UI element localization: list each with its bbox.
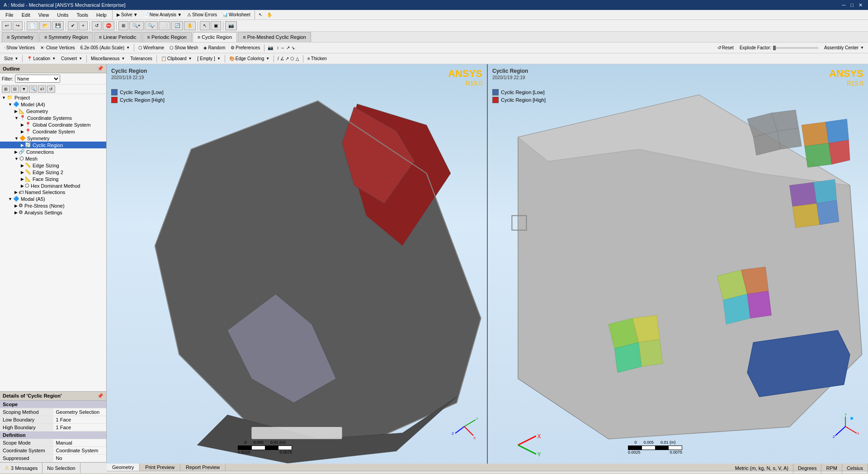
preferences-btn[interactable]: ⚙ Preferences xyxy=(228,44,262,52)
screenshot-btn[interactable]: 📷 xyxy=(225,21,237,30)
undo-btn[interactable]: ↩ xyxy=(2,21,12,30)
tree-item-face-sizing[interactable]: ▶📐Face Sizing xyxy=(0,175,106,182)
reset-btn[interactable]: ↺ Reset xyxy=(715,44,736,52)
tree-item-cyclic-region[interactable]: ▶🔄Cyclic Region xyxy=(0,142,106,148)
selector-icon[interactable]: ↖ xyxy=(257,12,264,17)
tree-arrow-model-a5[interactable]: ▼ xyxy=(8,197,12,201)
open-btn[interactable]: 📂 xyxy=(39,21,51,30)
tab-symmetry-region[interactable]: ≡ Symmetry Region xyxy=(39,32,93,42)
convert-btn[interactable]: Convert ▼ xyxy=(59,55,85,63)
assembly-center-selector[interactable]: Assembly Center ▼ xyxy=(822,44,866,52)
tree-arrow-edge-sizing-2[interactable]: ▶ xyxy=(21,170,24,175)
tree-arrow-named-selections[interactable]: ▶ xyxy=(14,190,18,194)
random-btn[interactable]: ◈ Random xyxy=(201,44,227,52)
thicken-btn[interactable]: ≡ Thicken xyxy=(305,55,329,63)
tree-arrow-cyclic-region[interactable]: ▶ xyxy=(21,143,24,147)
tree-tag-btn[interactable]: 🏷 xyxy=(38,85,46,93)
outline-pin-icon[interactable]: 📌 xyxy=(97,66,104,71)
new-btn[interactable]: 📄 xyxy=(27,21,38,30)
toolbar-solve[interactable]: ▶ Solve ▼ xyxy=(114,11,140,19)
tree-arrow-face-sizing[interactable]: ▶ xyxy=(21,177,24,181)
show-mesh-btn[interactable]: ⬡ Show Mesh xyxy=(167,44,200,52)
tolerances-btn[interactable]: Tolerances xyxy=(128,55,154,63)
tab-print-preview[interactable]: Print Preview xyxy=(140,464,180,471)
details-value[interactable]: Manual xyxy=(53,439,107,447)
tab-report-preview[interactable]: Report Preview xyxy=(180,464,226,471)
tree-arrow-connections[interactable]: ▶ xyxy=(14,150,18,154)
tab-linear-periodic[interactable]: ≡ Linear Periodic xyxy=(94,32,142,42)
details-value[interactable]: No xyxy=(53,455,107,462)
pan-btn[interactable]: ✋ xyxy=(184,21,196,30)
wireframe-btn[interactable]: ⬡ Wireframe xyxy=(136,44,166,52)
plus-btn[interactable]: + xyxy=(79,21,88,30)
tree-item-model-a5[interactable]: ▼🔷Modal (A5) xyxy=(0,195,106,202)
tree-item-model-a4[interactable]: ▼🔷Model (A4) xyxy=(0,101,106,108)
tree-collapse-all-btn[interactable]: ⊟ xyxy=(11,85,19,93)
viewport-left[interactable]: Cyclic Region 2020/1/19 22:19 ANSYS R19.… xyxy=(107,64,487,464)
menu-help[interactable]: Help xyxy=(93,11,110,19)
toolbar-worksheet[interactable]: 📊 Worksheet xyxy=(220,11,253,19)
tree-arrow-edge-sizing[interactable]: ▶ xyxy=(21,163,24,168)
tree-arrow-model-a4[interactable]: ▼ xyxy=(8,102,12,107)
maximize-btn[interactable]: □ xyxy=(850,2,854,8)
refresh-btn[interactable]: ↺ xyxy=(92,21,102,30)
tab-geometry[interactable]: Geometry xyxy=(107,464,140,471)
tree-arrow-geometry[interactable]: ▶ xyxy=(14,109,18,114)
tree-item-pre-stress[interactable]: ▶⚙Pre-Stress (None) xyxy=(0,202,106,209)
tree-arrow-coord-system[interactable]: ▶ xyxy=(21,129,24,134)
tree-item-edge-sizing[interactable]: ▶📏Edge Sizing xyxy=(0,162,106,169)
tab-symmetry[interactable]: ≡ Symmetry xyxy=(2,32,38,42)
details-value[interactable]: Coordinate System xyxy=(53,447,107,455)
tree-arrow-symmetry[interactable]: ▼ xyxy=(14,136,19,141)
minimize-btn[interactable]: ─ xyxy=(842,2,845,8)
select-all-btn[interactable]: ▣ xyxy=(211,21,221,30)
zoom-box-btn[interactable]: ⬜ xyxy=(159,21,170,30)
menu-view[interactable]: View xyxy=(35,11,53,19)
location-btn[interactable]: 📍 Location ▼ xyxy=(24,55,58,63)
tree-arrow-coord-systems[interactable]: ▼ xyxy=(14,116,19,120)
tree-item-project[interactable]: ▼📁Project xyxy=(0,94,106,101)
redo-btn[interactable]: ↪ xyxy=(13,21,23,30)
tree-search-btn[interactable]: 🔍 xyxy=(29,85,37,93)
explode-slider[interactable] xyxy=(773,47,818,49)
tree-arrow-project[interactable]: ▼ xyxy=(2,95,6,100)
tree-item-hex-dominant[interactable]: ▶⬡Hex Dominant Method xyxy=(0,182,106,189)
zoom-fit-btn[interactable]: ⊞ xyxy=(118,21,128,30)
size-btn[interactable]: Size ▼ xyxy=(2,55,20,63)
tree-arrow-hex-dominant[interactable]: ▶ xyxy=(21,184,24,188)
edge-coloring-btn[interactable]: 🎨 Edge Coloring ▼ xyxy=(227,55,272,63)
details-value[interactable]: 1 Face xyxy=(53,416,107,424)
viewport-right[interactable]: Cyclic Region 2020/1/19 22:19 ANSYS R19.… xyxy=(487,64,868,464)
show-vertices-btn[interactable]: · Show Vertices xyxy=(2,44,37,52)
tree-refresh-btn[interactable]: ↺ xyxy=(47,85,55,93)
tab-cyclic-region[interactable]: ≡ Cyclic Region xyxy=(193,32,237,42)
select-btn[interactable]: ↖ xyxy=(200,21,210,30)
details-value[interactable]: Geometry Selection xyxy=(53,408,107,416)
tree-item-edge-sizing-2[interactable]: ▶📏Edge Sizing 2 xyxy=(0,169,106,175)
details-value[interactable]: 1 Face xyxy=(53,424,107,431)
menu-edit[interactable]: Edit xyxy=(18,11,34,19)
tab-pre-meshed-cyclic[interactable]: ≡ Pre-Meshed Cyclic Region xyxy=(238,32,311,42)
tree-arrow-analysis-settings[interactable]: ▶ xyxy=(14,210,18,215)
details-pin-icon[interactable]: 📌 xyxy=(97,393,104,399)
tree-item-coord-systems[interactable]: ▼📍Coordinate Systems xyxy=(0,114,106,121)
empty-btn[interactable]: [ Empty ] ▼ xyxy=(195,55,222,63)
menu-tools[interactable]: Tools xyxy=(73,11,92,19)
tree-arrow-pre-stress[interactable]: ▶ xyxy=(14,204,18,208)
toolbar-show-errors[interactable]: ⚠ Show Errors xyxy=(185,11,219,19)
tab-periodic-region[interactable]: ≡ Periodic Region xyxy=(142,32,192,42)
toolbar-new-analysis[interactable]: 📄 New Analysis ▼ xyxy=(141,11,184,19)
tree-item-global-coord[interactable]: ▶📍Global Coordinate System xyxy=(0,121,106,128)
rotate-btn[interactable]: 🔄 xyxy=(171,21,183,30)
tree-item-mesh[interactable]: ▼⬡Mesh xyxy=(0,155,106,162)
close-btn[interactable]: ✕ xyxy=(859,2,863,8)
save-btn[interactable]: 💾 xyxy=(52,21,64,30)
scale-selector[interactable]: 6.2e-005 (Auto Scale) ▼ xyxy=(78,44,132,52)
tree-item-symmetry[interactable]: ▼🔶Symmetry xyxy=(0,135,106,142)
zoom-out-btn[interactable]: 🔍- xyxy=(145,21,158,30)
tree-item-analysis-settings[interactable]: ▶⚙Analysis Settings xyxy=(0,209,106,216)
tree-item-geometry[interactable]: ▶📐Geometry xyxy=(0,108,106,114)
tree-arrow-global-coord[interactable]: ▶ xyxy=(21,123,24,127)
tree-item-coord-system[interactable]: ▶📍Coordinate System xyxy=(0,128,106,135)
check-btn[interactable]: ✔ xyxy=(68,21,78,30)
